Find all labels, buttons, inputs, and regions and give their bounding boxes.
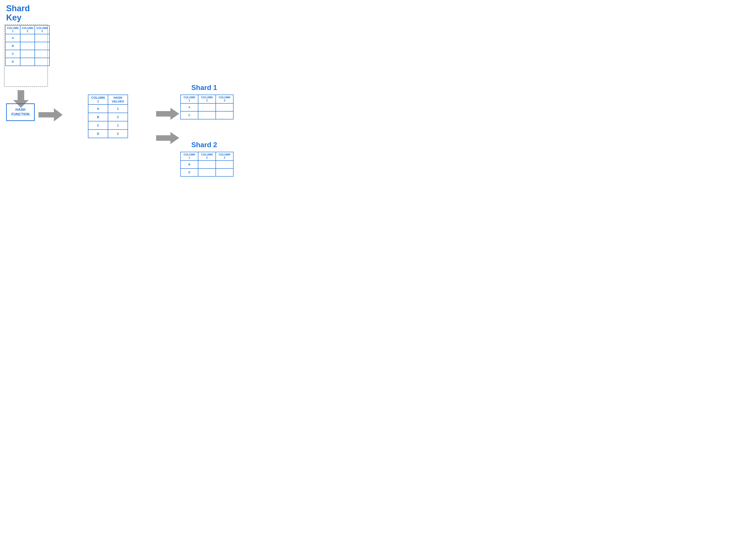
hash-table-row: D2	[88, 130, 128, 138]
shard1-title: Shard 1	[191, 84, 217, 92]
source-row-col2	[20, 50, 35, 58]
shard2-row-col1: B	[181, 161, 198, 168]
hash-values-header: HASHVALUES	[108, 95, 128, 104]
source-table: COLUMN1 COLUMN2 COLUMN3 ABCD	[5, 25, 50, 66]
svg-marker-3	[156, 132, 179, 144]
shard1-row-col3	[216, 111, 233, 119]
shard2-col3-header: COLUMN3	[216, 152, 233, 161]
source-col1-header: COLUMN1	[5, 26, 20, 34]
hash-row-col1: C	[88, 121, 108, 130]
source-table-row: B	[5, 42, 49, 50]
source-row-col2	[20, 58, 35, 66]
source-row-col3	[35, 42, 49, 50]
hash-table-row: B2	[88, 113, 128, 121]
source-row-col1: B	[5, 42, 20, 50]
shard1-table: COLUMN1 COLUMN2 COLUMN3 AC	[180, 95, 234, 119]
hash-table-row: C1	[88, 121, 128, 130]
hash-table: COLUMN1 HASHVALUES A1B2C1D2	[88, 95, 128, 138]
shard2-col1-header: COLUMN1	[181, 152, 198, 161]
shard2-row-col3	[216, 168, 233, 176]
hash-function-label: HASH FUNCTION	[11, 108, 30, 117]
hash-row-value: 1	[108, 121, 128, 130]
source-row-col3	[35, 34, 49, 42]
source-row-col1: C	[5, 50, 20, 58]
source-row-col1: A	[5, 34, 20, 42]
svg-marker-1	[38, 108, 63, 121]
shard2-title: Shard 2	[191, 141, 217, 149]
source-col2-header: COLUMN2	[20, 26, 35, 34]
source-table-wrap: COLUMN1 COLUMN2 COLUMN3 ABCD	[5, 25, 50, 66]
arrow-to-shard1	[156, 108, 179, 121]
hash-table-row: A1	[88, 104, 128, 113]
shard2-row-col1: D	[181, 168, 198, 176]
shard1-col2-header: COLUMN2	[198, 95, 216, 103]
shard-key-title: Shard Key	[6, 4, 30, 22]
shard1-row-col2	[198, 103, 216, 111]
source-row-col3	[35, 50, 49, 58]
hash-row-value: 2	[108, 130, 128, 138]
source-row-col1: D	[5, 58, 20, 66]
source-col3-header: COLUMN3	[35, 26, 49, 34]
arrow-to-hash-table	[38, 108, 63, 122]
shard2-table-wrap: COLUMN1 COLUMN2 COLUMN3 BD	[180, 152, 234, 177]
page-container: Shard Key COLUMN1 COLUMN2 COLUMN3 ABCD H…	[0, 0, 264, 191]
shard2-row-col2	[198, 168, 216, 176]
hash-row-value: 2	[108, 113, 128, 121]
source-table-row: C	[5, 50, 49, 58]
shard2-row-col2	[198, 161, 216, 168]
source-row-col3	[35, 58, 49, 66]
shard1-row-col2	[198, 111, 216, 119]
shard1-col3-header: COLUMN3	[216, 95, 233, 103]
shard2-col2-header: COLUMN2	[198, 152, 216, 161]
hash-function-box: HASH FUNCTION	[6, 103, 35, 121]
source-table-row: A	[5, 34, 49, 42]
shard2-table-row: D	[181, 168, 233, 176]
hash-row-col1: B	[88, 113, 108, 121]
shard2-row-col3	[216, 161, 233, 168]
shard1-table-row: C	[181, 111, 233, 119]
source-table-row: D	[5, 58, 49, 66]
shard1-col1-header: COLUMN1	[181, 95, 198, 103]
shard1-row-col3	[216, 103, 233, 111]
svg-marker-2	[156, 108, 179, 120]
shard2-table-row: B	[181, 161, 233, 168]
hash-row-col1: D	[88, 130, 108, 138]
shard1-row-col1: C	[181, 111, 198, 119]
hash-table-wrap: COLUMN1 HASHVALUES A1B2C1D2	[88, 95, 128, 138]
shard1-table-wrap: COLUMN1 COLUMN2 COLUMN3 AC	[180, 95, 234, 119]
hash-row-value: 1	[108, 104, 128, 113]
shard2-table: COLUMN1 COLUMN2 COLUMN3 BD	[180, 152, 234, 177]
shard1-row-col1: A	[181, 103, 198, 111]
arrow-to-shard2	[156, 132, 179, 145]
hash-row-col1: A	[88, 104, 108, 113]
source-row-col2	[20, 34, 35, 42]
shard1-table-row: A	[181, 103, 233, 111]
source-row-col2	[20, 42, 35, 50]
hash-col1-header: COLUMN1	[88, 95, 108, 104]
